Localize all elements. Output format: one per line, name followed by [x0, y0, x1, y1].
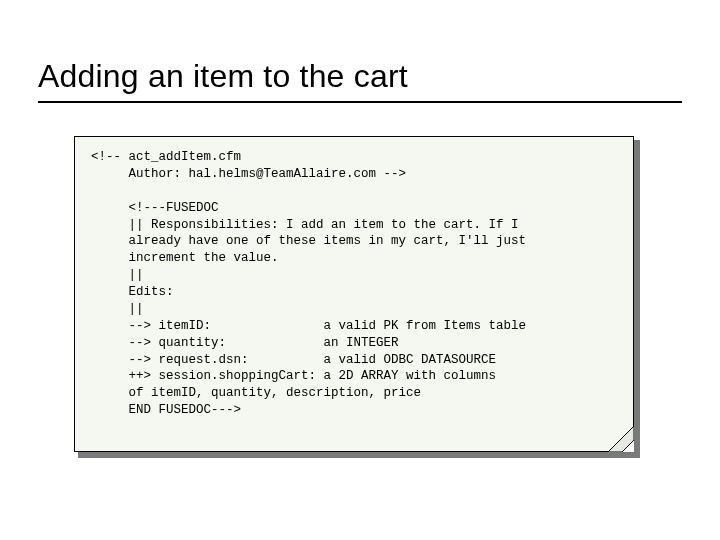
title-block: Adding an item to the cart	[38, 58, 682, 103]
title-underline	[38, 101, 682, 103]
slide: Adding an item to the cart <!-- act_addI…	[0, 0, 720, 540]
code-text: <!-- act_addItem.cfm Author: hal.helms@T…	[91, 149, 617, 419]
slide-title: Adding an item to the cart	[38, 58, 682, 95]
page-curl-icon	[608, 426, 634, 452]
code-box: <!-- act_addItem.cfm Author: hal.helms@T…	[74, 136, 634, 452]
